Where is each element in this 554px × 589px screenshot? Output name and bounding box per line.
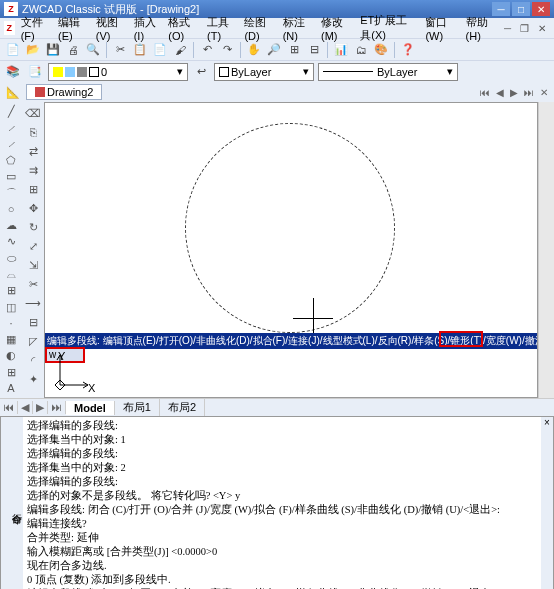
layer-manager-icon[interactable]: 📚: [4, 63, 22, 81]
menu-format[interactable]: 格式(O): [164, 13, 201, 44]
tab-first-icon[interactable]: ⏮: [478, 87, 492, 98]
preview-icon[interactable]: 🔍: [84, 41, 102, 59]
tab-close-icon[interactable]: ✕: [538, 87, 550, 98]
layer-states-icon[interactable]: 📑: [26, 63, 44, 81]
undo-icon[interactable]: ↶: [198, 41, 216, 59]
command-window-title: 命令行: [1, 417, 23, 589]
hatch-icon[interactable]: ▦: [2, 332, 20, 347]
revcloud-icon[interactable]: ☁: [2, 218, 20, 233]
arc-icon[interactable]: ⌒: [2, 185, 20, 200]
rectangle-icon[interactable]: ▭: [2, 169, 20, 184]
menu-modify[interactable]: 修改(M): [317, 13, 354, 44]
menu-insert[interactable]: 插入(I): [130, 13, 163, 44]
explode-icon[interactable]: ✦: [24, 370, 42, 388]
window-controls: ─ □ ✕: [492, 2, 550, 16]
new-icon[interactable]: 📄: [4, 41, 22, 59]
command-history[interactable]: 选择编辑的多段线: 选择集当中的对象: 1 选择编辑的多段线: 选择集当中的对象…: [23, 417, 541, 589]
menu-edit[interactable]: 编辑(E): [54, 13, 90, 44]
copy-obj-icon[interactable]: ⎘: [24, 123, 42, 141]
stretch-icon[interactable]: ⇲: [24, 256, 42, 274]
zoom-icon[interactable]: 🔎: [265, 41, 283, 59]
circle-entity[interactable]: [185, 123, 395, 333]
pan-icon[interactable]: ✋: [245, 41, 263, 59]
separator: [193, 42, 194, 58]
mirror-icon[interactable]: ⇄: [24, 142, 42, 160]
spline-icon[interactable]: ∿: [2, 234, 20, 249]
menu-file[interactable]: 文件(F): [17, 13, 52, 44]
maximize-button[interactable]: □: [512, 2, 530, 16]
circle-icon[interactable]: ○: [2, 202, 20, 217]
tab-model[interactable]: Model: [66, 401, 115, 415]
menu-dimension[interactable]: 标注(N): [279, 13, 315, 44]
open-icon[interactable]: 📂: [24, 41, 42, 59]
doc-close[interactable]: ✕: [534, 23, 550, 34]
redo-icon[interactable]: ↷: [218, 41, 236, 59]
crosshair-cursor: [293, 298, 333, 338]
xline-icon[interactable]: ⟋: [2, 120, 20, 135]
tab-drawing2[interactable]: Drawing2: [26, 84, 102, 100]
move-icon[interactable]: ✥: [24, 199, 42, 217]
print-icon[interactable]: 🖨: [64, 41, 82, 59]
tab-layout1[interactable]: 布局1: [115, 399, 160, 416]
tab-first-icon[interactable]: ⏮: [0, 401, 18, 414]
tab-prev-icon[interactable]: ◀: [494, 87, 506, 98]
extend-icon[interactable]: ⟶: [24, 294, 42, 312]
properties-icon[interactable]: 📊: [332, 41, 350, 59]
break-icon[interactable]: ⊟: [24, 313, 42, 331]
doc-minimize[interactable]: ─: [500, 23, 515, 34]
doc-restore[interactable]: ❐: [516, 23, 533, 34]
drawing-canvas[interactable]: 编辑多段线: 编辑顶点(E)/打开(O)/非曲线化(D)/拟合(F)/连接(J)…: [44, 102, 538, 398]
fillet-icon[interactable]: ◜: [24, 351, 42, 369]
design-center-icon[interactable]: 🗂: [352, 41, 370, 59]
paste-icon[interactable]: 📄: [151, 41, 169, 59]
match-icon[interactable]: 🖌: [171, 41, 189, 59]
tab-prev-icon[interactable]: ◀: [18, 401, 33, 414]
menu-tools[interactable]: 工具(T): [203, 13, 238, 44]
line-icon[interactable]: ╱: [2, 104, 20, 119]
insert-icon[interactable]: ⊞: [2, 283, 20, 298]
cut-icon[interactable]: ✂: [111, 41, 129, 59]
rotate-icon[interactable]: ↻: [24, 218, 42, 236]
linetype-dropdown[interactable]: ByLayer ▾: [318, 63, 458, 81]
layer-prev-icon[interactable]: ↩: [192, 63, 210, 81]
region-icon[interactable]: ◐: [2, 348, 20, 363]
model-layout-tabs: ⏮ ◀ ▶ ⏭ Model 布局1 布局2: [0, 398, 554, 416]
text-icon[interactable]: A: [2, 381, 20, 396]
block-icon[interactable]: ◫: [2, 299, 20, 314]
scale-icon[interactable]: ⤢: [24, 237, 42, 255]
drawing-icon: 📐: [4, 83, 22, 101]
ellipse-icon[interactable]: ⬭: [2, 251, 20, 266]
color-swatch: [89, 67, 99, 77]
layer-dropdown[interactable]: 0 ▾: [48, 63, 188, 81]
menu-draw[interactable]: 绘图(D): [240, 13, 276, 44]
copy-icon[interactable]: 📋: [131, 41, 149, 59]
tab-last-icon[interactable]: ⏭: [48, 401, 66, 414]
tool-palette-icon[interactable]: 🎨: [372, 41, 390, 59]
highlight-box-width: [439, 331, 483, 347]
menu-window[interactable]: 窗口(W): [421, 13, 459, 44]
save-icon[interactable]: 💾: [44, 41, 62, 59]
tab-next-icon[interactable]: ▶: [33, 401, 48, 414]
zoom-prev-icon[interactable]: ⊟: [305, 41, 323, 59]
erase-icon[interactable]: ⌫: [24, 104, 42, 122]
menu-help[interactable]: 帮助(H): [462, 13, 498, 44]
polygon-icon[interactable]: ⬠: [2, 153, 20, 168]
vertical-scrollbar[interactable]: [538, 102, 554, 398]
tab-last-icon[interactable]: ⏭: [522, 87, 536, 98]
command-close-icon[interactable]: ×: [541, 417, 553, 589]
close-button[interactable]: ✕: [532, 2, 550, 16]
offset-icon[interactable]: ⇉: [24, 161, 42, 179]
zoom-window-icon[interactable]: ⊞: [285, 41, 303, 59]
tab-next-icon[interactable]: ▶: [508, 87, 520, 98]
pline-icon[interactable]: ⟋: [2, 137, 20, 152]
tab-layout2[interactable]: 布局2: [160, 399, 205, 416]
array-icon[interactable]: ⊞: [24, 180, 42, 198]
trim-icon[interactable]: ✂: [24, 275, 42, 293]
point-icon[interactable]: ·: [2, 316, 20, 331]
ellipse-arc-icon[interactable]: ⌓: [2, 267, 20, 282]
help-icon[interactable]: ❓: [399, 41, 417, 59]
chamfer-icon[interactable]: ◸: [24, 332, 42, 350]
table-icon[interactable]: ⊞: [2, 365, 20, 380]
menu-view[interactable]: 视图(V): [92, 13, 128, 44]
color-dropdown[interactable]: ByLayer ▾: [214, 63, 314, 81]
